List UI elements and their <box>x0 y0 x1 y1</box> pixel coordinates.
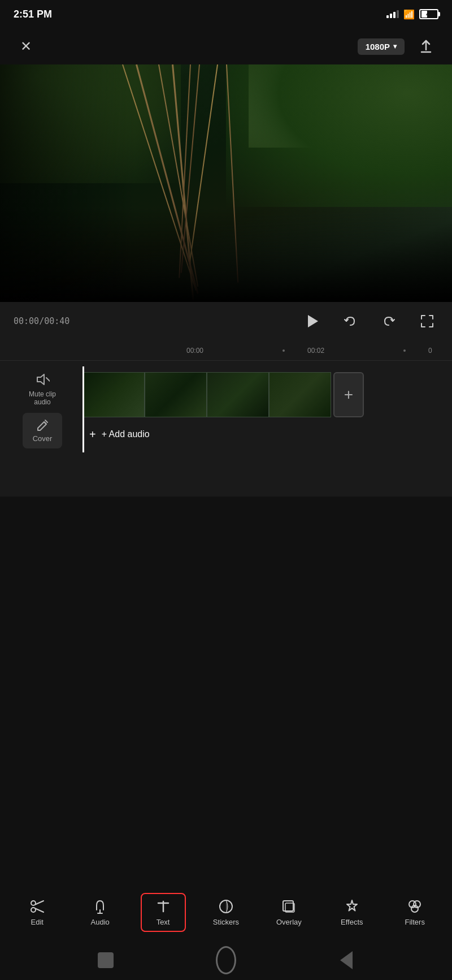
forest-bg <box>0 64 452 302</box>
svg-line-6 <box>45 420 47 422</box>
effects-icon <box>344 899 360 914</box>
back-icon <box>340 951 353 969</box>
tab-overlay-label: Overlay <box>276 918 302 926</box>
undo-button[interactable] <box>339 310 362 333</box>
fullscreen-icon <box>420 314 434 329</box>
timeline-tracks: + + + Add audio <box>82 372 452 447</box>
battery-indicator: 41 <box>419 9 438 19</box>
svg-line-4 <box>46 378 50 381</box>
chevron-down-icon: ▾ <box>393 42 397 50</box>
video-thumb-1 <box>82 372 145 417</box>
video-thumb-3 <box>207 372 269 417</box>
playhead <box>82 366 84 452</box>
home-square-button[interactable] <box>95 950 116 970</box>
timeline-tools: Mute clipaudio Cover <box>11 372 73 448</box>
add-clip-icon: + <box>344 386 353 404</box>
undo-icon <box>343 314 358 329</box>
play-icon <box>303 313 320 330</box>
tab-text-label: Text <box>157 918 170 926</box>
tab-edit-label: Edit <box>31 918 44 926</box>
svg-rect-14 <box>283 901 293 911</box>
playback-controls <box>301 310 438 333</box>
tab-edit[interactable]: Edit <box>15 894 60 931</box>
redo-icon <box>381 314 396 329</box>
audio-icon <box>92 899 108 914</box>
video-frame <box>0 64 452 302</box>
tab-audio-label: Audio <box>91 918 110 926</box>
add-clip-button[interactable]: + <box>333 372 364 417</box>
svg-marker-2 <box>308 315 318 327</box>
close-button[interactable]: ✕ <box>14 34 38 59</box>
ruler-mark-0: 00:00 <box>186 347 203 355</box>
svg-line-10 <box>35 908 44 912</box>
play-button[interactable] <box>301 310 323 333</box>
text-icon <box>155 899 171 914</box>
back-button[interactable] <box>336 950 357 970</box>
home-bar <box>0 940 452 980</box>
status-bar: 2:51 PM 📶 41 <box>0 0 452 28</box>
tab-text[interactable]: Text <box>141 893 186 932</box>
top-toolbar: ✕ 1080P ▾ <box>0 28 452 64</box>
signal-icon <box>386 10 399 18</box>
bottom-toolbar: Edit Audio Text Stickers Overlay <box>0 884 452 940</box>
resolution-button[interactable]: 1080P ▾ <box>358 38 405 55</box>
export-icon <box>418 38 434 54</box>
timeline-ruler: 00:00 00:02 0 <box>0 340 452 361</box>
resolution-label: 1080P <box>366 42 390 51</box>
cover-label: Cover <box>33 434 53 443</box>
ruler-mark-2: 00:02 <box>307 347 324 355</box>
cover-edit-icon <box>36 418 49 431</box>
filters-icon <box>407 899 423 914</box>
svg-line-5 <box>44 422 46 424</box>
status-icons: 📶 41 <box>386 9 438 20</box>
cover-tool[interactable]: Cover <box>23 413 63 448</box>
video-preview <box>0 64 452 302</box>
svg-line-9 <box>35 901 44 905</box>
add-audio-label: + Add audio <box>102 429 150 439</box>
video-thumb-4 <box>269 372 331 417</box>
home-circle-button[interactable] <box>216 950 236 970</box>
status-time: 2:51 PM <box>14 8 52 20</box>
tab-effects[interactable]: Effects <box>329 894 375 931</box>
scissors-icon <box>29 899 45 914</box>
tab-audio[interactable]: Audio <box>77 894 123 931</box>
ruler-dot-2 <box>403 349 406 352</box>
add-audio-plus-icon: + <box>89 428 96 441</box>
timeline-area: Mute clipaudio Cover <box>0 361 452 497</box>
stickers-icon <box>218 899 234 914</box>
tab-stickers[interactable]: Stickers <box>203 894 249 931</box>
tab-filters[interactable]: Filters <box>392 894 437 931</box>
wifi-icon: 📶 <box>403 9 415 20</box>
circle-icon <box>216 946 236 974</box>
mute-clip-label: Mute clipaudio <box>29 390 56 406</box>
redo-button[interactable] <box>377 310 400 333</box>
video-track: + <box>82 372 452 417</box>
add-audio-row[interactable]: + + Add audio <box>82 422 452 447</box>
toolbar-right: 1080P ▾ <box>358 34 438 59</box>
tab-overlay[interactable]: Overlay <box>266 894 311 931</box>
svg-marker-3 <box>37 374 44 385</box>
mute-clip-tool[interactable]: Mute clipaudio <box>29 372 56 406</box>
tab-filters-label: Filters <box>405 918 425 926</box>
square-icon <box>98 952 114 968</box>
mute-audio-icon <box>35 372 50 387</box>
timeline-content: Mute clipaudio Cover <box>0 372 452 448</box>
fullscreen-button[interactable] <box>416 310 438 333</box>
tab-effects-label: Effects <box>341 918 363 926</box>
export-button[interactable] <box>414 34 438 59</box>
ruler-dot-1 <box>282 349 285 352</box>
time-display: 00:00/00:40 <box>14 316 69 326</box>
ruler-mark-3: 0 <box>428 347 432 355</box>
playback-controls-bar: 00:00/00:40 <box>0 302 452 340</box>
video-thumb-2 <box>145 372 207 417</box>
close-icon: ✕ <box>20 38 32 54</box>
tab-stickers-label: Stickers <box>213 918 239 926</box>
overlay-icon <box>281 899 297 914</box>
